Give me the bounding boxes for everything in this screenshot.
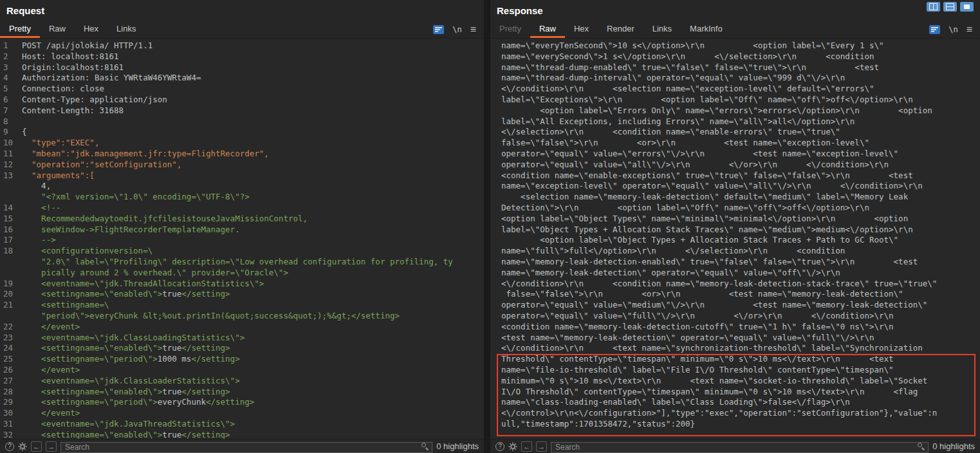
search-settings-gear-icon[interactable] <box>508 442 517 451</box>
response-editor[interactable]: name=\"everyTenSecond\">10 s<\/option>\r… <box>490 39 980 439</box>
search-icon[interactable] <box>421 443 429 450</box>
tab-markinfo[interactable]: MarkInfo <box>681 21 732 38</box>
code-text: <settingname=\"enabled\">true</setting> <box>19 289 230 300</box>
panel-split-divider[interactable] <box>484 0 490 453</box>
code-text: --> <box>19 235 56 246</box>
response-code-line: Threshold\" contentType=\"timespan\" min… <box>490 354 980 365</box>
request-code-line: 12 "operation":"setConfiguration", <box>0 160 484 171</box>
response-code-line: <\/selection>\r\n <condition name=\"enab… <box>490 127 980 138</box>
line-number: 21 <box>0 300 19 311</box>
request-code-line: 5Connection: close <box>0 84 484 95</box>
code-text: Content-Length: 31688 <box>19 106 124 116</box>
line-number: 32 <box>0 430 19 439</box>
request-title: Request <box>6 5 44 16</box>
code-text: Authorization: Basic YWRtaW46YWRtaW4= <box>19 73 201 84</box>
layout-single-icon[interactable] <box>960 2 974 12</box>
search-field-wrap <box>551 441 929 452</box>
response-code-line: name=\"thread-dump-interval\" operator=\… <box>490 73 980 84</box>
request-code-line: 21 <settingname=\ <box>0 300 484 311</box>
code-text: POST /api/jolokia/ HTTP/1.1 <box>19 41 153 51</box>
response-code-line: name=\"everyTenSecond\">10 s<\/option>\r… <box>490 41 980 51</box>
editor-menu-icon[interactable]: ≡ <box>966 25 972 34</box>
word-wrap-icon[interactable] <box>433 25 444 34</box>
prev-match-button[interactable]: ← <box>521 441 532 452</box>
line-number <box>0 257 19 268</box>
search-settings-gear-icon[interactable] <box>18 442 27 451</box>
code-text: <!-- <box>19 203 60 214</box>
line-number: 29 <box>0 397 19 408</box>
show-newlines-icon[interactable]: \n <box>452 25 461 34</box>
code-text: Connection: close <box>19 84 104 95</box>
code-text: pically around 2 % overhead.\" provider=… <box>19 268 288 279</box>
response-code-line: <condition name=\"enable-exceptions\" tr… <box>490 171 980 181</box>
response-code-line: <\/condition>\r\n <condition name=\"memo… <box>490 279 980 290</box>
tab-render[interactable]: Render <box>598 21 643 38</box>
tab-raw[interactable]: Raw <box>530 21 565 38</box>
request-code-line: 18 <configurationversion=\ <box>0 246 484 257</box>
help-icon[interactable]: ? <box>495 442 504 451</box>
highlight-count: 0 highlights <box>436 441 479 451</box>
request-code-line: "<?xml version=\"1.0\" encoding=\"UTF-8\… <box>0 192 484 203</box>
request-code-line: pically around 2 % overhead.\" provider=… <box>0 268 484 279</box>
response-code-line: ull,"timestamp":1701358472,"status":200} <box>490 419 980 430</box>
code-text: "period\">everyChunk &lt;%out.printIn(&q… <box>19 311 400 322</box>
code-text: Content-Type: application/json <box>19 95 167 106</box>
line-number <box>0 311 19 322</box>
request-code-line: 7Content-Length: 31688 <box>0 106 484 116</box>
tab-hex[interactable]: Hex <box>565 21 598 38</box>
code-text: <settingname=\"enabled\">true</setting> <box>19 343 230 354</box>
show-newlines-icon[interactable]: \n <box>948 25 957 34</box>
response-code-line: false=\"false\">\r\n <or>\r\n <test name… <box>490 138 980 149</box>
code-text: "2.0\" label=\"Profiling\" description=\… <box>19 257 453 268</box>
code-text: { <box>19 127 27 138</box>
next-match-button[interactable]: → <box>536 441 547 452</box>
line-number: 19 <box>0 279 19 290</box>
search-input[interactable] <box>60 442 432 453</box>
line-number: 7 <box>0 106 19 116</box>
line-number: 1 <box>0 41 19 51</box>
tab-links[interactable]: Links <box>107 21 145 38</box>
code-text: "type":"EXEC", <box>19 138 99 149</box>
tab-hex[interactable]: Hex <box>75 21 107 38</box>
response-title: Response <box>497 5 543 16</box>
next-match-button[interactable]: → <box>46 441 57 452</box>
response-code-line: name=\"everySecond\">1 s<\/option>\r\n <… <box>490 51 980 62</box>
request-editor[interactable]: 1POST /api/jolokia/ HTTP/1.12Host: local… <box>0 39 484 439</box>
request-code-line: 15 Recommendedwaytoedit.jfcfilesistouseJ… <box>0 214 484 225</box>
response-code-line: <selection name=\"memory-leak-detection\… <box>490 192 980 203</box>
search-field-wrap <box>60 441 432 452</box>
tab-pretty[interactable]: Pretty <box>490 21 530 38</box>
code-text: Host: localhost:8161 <box>19 51 119 62</box>
search-input[interactable] <box>551 442 929 453</box>
line-number <box>0 192 19 203</box>
response-code-line: operator=\"equal\" value=\"full\"\/>\r\n… <box>490 311 980 322</box>
code-text: </event> <box>19 408 80 419</box>
prev-match-button[interactable]: ← <box>31 441 42 452</box>
code-text: <eventname=\"jdk.ClassLoaderStatistics\"… <box>19 376 240 387</box>
code-text: <eventname=\"jdk.ThreadAllocationStatist… <box>19 279 264 290</box>
line-number: 26 <box>0 365 19 376</box>
code-text: "<?xml version=\"1.0\" encoding=\"UTF-8\… <box>19 192 250 203</box>
request-code-line: 2Host: localhost:8161 <box>0 51 484 62</box>
layout-rows-icon[interactable] <box>943 2 957 12</box>
layout-columns-icon[interactable] <box>927 2 940 12</box>
tab-pretty[interactable]: Pretty <box>0 21 40 38</box>
code-text: <eventname=\"jdk.ClassLoadingStatistics\… <box>19 333 245 344</box>
response-code-line: <option label=\"Object Types + Allocatio… <box>490 235 980 246</box>
editor-menu-icon[interactable]: ≡ <box>470 25 476 34</box>
line-number: 22 <box>0 322 19 333</box>
tab-links[interactable]: Links <box>643 21 681 38</box>
response-code-line: operator=\"equal\" value=\"all\"\/>\r\n … <box>490 160 980 171</box>
word-wrap-icon[interactable] <box>929 25 940 34</box>
help-icon[interactable]: ? <box>5 442 14 451</box>
code-text: <settingname=\"period\">1000 ms</setting… <box>19 354 240 365</box>
request-code-line: 30 </event> <box>0 408 484 419</box>
code-text: "mbean":"jdk.management.jfr:type=FlightR… <box>19 149 269 160</box>
request-tabbar: PrettyRawHexLinks \n ≡ <box>0 21 484 39</box>
search-icon[interactable] <box>918 443 925 450</box>
line-number: 9 <box>0 127 19 138</box>
line-number: 13 <box>0 171 19 181</box>
tab-raw[interactable]: Raw <box>40 21 75 38</box>
code-text: Recommendedwaytoedit.jfcfilesistouseJava… <box>19 214 308 225</box>
response-code-line: label=\"Exceptions\">\r\n <option label=… <box>490 95 980 106</box>
